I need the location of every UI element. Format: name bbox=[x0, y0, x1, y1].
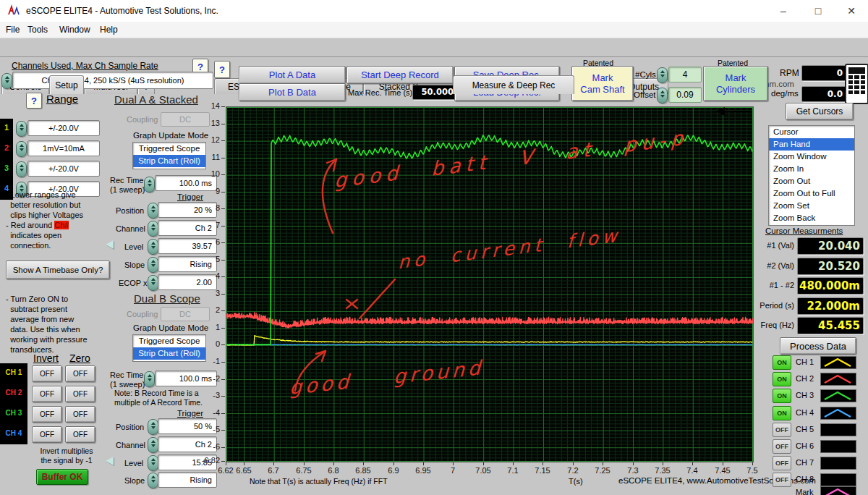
dual-a-rec-time-spinner[interactable] bbox=[144, 177, 155, 192]
dual-b-coupling-button[interactable]: DC bbox=[161, 307, 210, 321]
dual-b-level-indicator[interactable] bbox=[106, 457, 114, 465]
dual-b-level-spinner[interactable] bbox=[148, 455, 158, 471]
dual-b-trigger-header: Trigger bbox=[177, 409, 203, 418]
dual-b-header: Dual B Scope bbox=[134, 292, 200, 305]
waveform-plot[interactable]: good batt V at pu-p no current flow good… bbox=[226, 106, 754, 462]
dual-b-rec-time-field[interactable]: 100.0 ms bbox=[155, 371, 217, 386]
channels-used-header[interactable]: Channels Used, Max Ch Sample Rate bbox=[12, 61, 158, 71]
dual-a-slope-field[interactable]: Rising bbox=[158, 256, 217, 272]
range-select[interactable]: +/-20.0V bbox=[27, 120, 100, 136]
channel-toggle-button[interactable]: OFF bbox=[773, 423, 791, 437]
x-axis-label: T(s) bbox=[569, 477, 583, 486]
maximize-button[interactable]: □ bbox=[801, 0, 835, 22]
channel-label: CH 5 bbox=[796, 425, 814, 433]
invert-button[interactable]: OFF bbox=[32, 406, 62, 423]
channel-color-swatch bbox=[820, 356, 856, 369]
range-spinner[interactable] bbox=[16, 121, 27, 137]
zero-button[interactable]: OFF bbox=[65, 365, 95, 382]
cursor-tool-zoom-out-to-full[interactable]: Zoom Out to Full bbox=[769, 187, 854, 200]
range-select[interactable]: +/-20.0V bbox=[27, 161, 100, 177]
range-note-3: indicates open connection. bbox=[6, 230, 113, 250]
get-cursors-button[interactable]: Get Cursors bbox=[786, 103, 854, 120]
dual-a-slope-spinner[interactable] bbox=[148, 257, 158, 273]
dual-a-rec-time-field[interactable]: 100.0 ms bbox=[155, 175, 217, 191]
process-data-button[interactable]: Process Data bbox=[780, 337, 856, 355]
range-spinner[interactable] bbox=[16, 141, 27, 157]
sample-rate-spinner[interactable] bbox=[1, 73, 12, 89]
channel-label: CH 6 bbox=[796, 441, 814, 450]
dual-a-ecop-spinner[interactable] bbox=[148, 275, 158, 291]
dual-b-slope-spinner[interactable] bbox=[148, 473, 158, 488]
zero-button[interactable]: OFF bbox=[65, 386, 95, 402]
rpm-label: RPM bbox=[780, 68, 799, 78]
invert-button[interactable]: OFF bbox=[32, 426, 62, 443]
dual-b-channel-field[interactable]: Ch 2 bbox=[158, 436, 217, 452]
cyls-field[interactable]: 4 bbox=[668, 67, 702, 82]
channel-toggle-button[interactable]: ON bbox=[773, 389, 791, 403]
cursor-tool-cursor[interactable]: Cursor bbox=[769, 126, 854, 138]
cyls-spinner[interactable] bbox=[657, 67, 668, 83]
offset-spinner[interactable] bbox=[657, 88, 668, 103]
menu-tools[interactable]: Tools bbox=[27, 25, 48, 35]
dual-b-position-field[interactable]: 50 % bbox=[158, 418, 217, 434]
dual-a-coupling-button[interactable]: DC bbox=[161, 112, 210, 127]
deep-rec-help-button[interactable]: ? bbox=[214, 61, 230, 78]
cursor-tool-zoom-set[interactable]: Zoom Set bbox=[769, 200, 854, 212]
menu-window[interactable]: Window bbox=[59, 25, 90, 35]
channel-toggle-button[interactable]: OFF bbox=[773, 439, 791, 454]
channel-toggle-button[interactable]: ON bbox=[773, 406, 791, 420]
minimize-button[interactable]: – bbox=[767, 0, 800, 22]
channel-toggle-button[interactable]: OFF bbox=[773, 456, 791, 470]
x-tick-label: 7.5 bbox=[736, 466, 768, 475]
max-rec-time-label: Max Rec. Time (s) bbox=[348, 88, 412, 97]
dual-b-rec-time-sub: (1 sweep) bbox=[110, 380, 145, 389]
plot-a-data-button[interactable]: Plot A Data bbox=[239, 66, 346, 84]
invert-button[interactable]: OFF bbox=[32, 365, 62, 382]
tab-measure-deep-rec[interactable]: Measure & Deep Rec bbox=[453, 75, 574, 94]
mark-cyl-line1: Mark bbox=[726, 72, 746, 84]
dual-b-channel-spinner[interactable] bbox=[148, 437, 158, 453]
range-spinner[interactable] bbox=[16, 161, 27, 177]
channel-toggle-button[interactable]: OFF bbox=[773, 473, 791, 487]
menu-help[interactable]: Help bbox=[100, 25, 118, 35]
cursor-tool-zoom-in[interactable]: Zoom In bbox=[769, 163, 854, 175]
menu-file[interactable]: File bbox=[6, 25, 20, 35]
cursor-tool-zoom-back[interactable]: Zoom Back bbox=[769, 212, 854, 224]
dual-a-ecop-field[interactable]: 2.00 bbox=[158, 274, 217, 290]
dual-b-mode-triggered[interactable]: Triggered Scope bbox=[133, 335, 205, 347]
range-select[interactable]: 1mV=10mA bbox=[27, 140, 100, 156]
dual-a-position-field[interactable]: 20 % bbox=[158, 202, 217, 218]
start-deep-record-button[interactable]: Start Deep Record bbox=[346, 66, 454, 84]
tab-setup[interactable]: Setup bbox=[49, 75, 84, 94]
calculator-icon[interactable] bbox=[845, 64, 868, 104]
channel-toggle-button[interactable]: ON bbox=[773, 372, 791, 386]
dual-a-mode-triggered[interactable]: Triggered Scope bbox=[133, 143, 205, 155]
range-help-button[interactable]: ? bbox=[26, 93, 42, 109]
dual-b-position-spinner[interactable] bbox=[148, 419, 158, 435]
dual-b-slope-field[interactable]: Rising bbox=[158, 472, 217, 488]
dual-a-channel-spinner[interactable] bbox=[148, 221, 158, 237]
mark-cam-shaft-button[interactable]: Mark Cam Shaft bbox=[571, 66, 634, 101]
cursor-tool-zoom-out[interactable]: Zoom Out bbox=[769, 175, 854, 187]
dual-b-rec-time-spinner[interactable] bbox=[144, 371, 155, 387]
dual-a-level-spinner[interactable] bbox=[148, 239, 158, 255]
dual-a-channel-field[interactable]: Ch 2 bbox=[158, 220, 217, 236]
cursor-tool-pan-hand[interactable]: Pan Hand bbox=[769, 138, 854, 151]
dual-a-level-field[interactable]: 39.57 bbox=[158, 238, 217, 254]
zero-button[interactable]: OFF bbox=[65, 406, 95, 423]
invert-button[interactable]: OFF bbox=[32, 386, 62, 402]
plot-b-data-button[interactable]: Plot B Data bbox=[239, 83, 346, 101]
show-timebase-button[interactable]: Show A Timebase Only? bbox=[6, 261, 110, 279]
close-button[interactable]: ✕ bbox=[835, 0, 868, 22]
dual-b-level-field[interactable]: 15.85 bbox=[158, 454, 217, 470]
dual-a-position-spinner[interactable] bbox=[148, 203, 158, 219]
dual-a-level-indicator[interactable] bbox=[106, 240, 114, 249]
offset-field[interactable]: 0.09 bbox=[668, 87, 702, 103]
mark-cylinders-button[interactable]: Mark Cylinders bbox=[703, 66, 768, 101]
dual-b-mode-strip-chart[interactable]: Strip Chart (Roll) bbox=[133, 347, 205, 360]
dual-a-mode-strip-chart[interactable]: Strip Chart (Roll) bbox=[133, 155, 205, 167]
channel-toggle-button[interactable]: ON bbox=[773, 355, 791, 370]
zero-button[interactable]: OFF bbox=[65, 426, 95, 443]
sample-rate-select[interactable]: Channels 1-4, 250 kS/S (4uS resolution) bbox=[12, 72, 213, 89]
cursor-tool-zoom-window[interactable]: Zoom Window bbox=[769, 151, 854, 163]
